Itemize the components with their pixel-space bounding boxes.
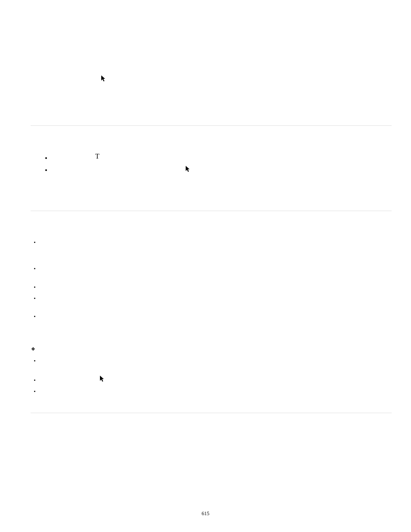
bullet-dot <box>34 298 35 299</box>
bullet-dot <box>34 360 35 361</box>
bullet-dot <box>34 380 35 381</box>
bullet-dot <box>34 242 35 243</box>
bullet-dot <box>45 169 47 171</box>
bullet-dot <box>45 157 47 159</box>
cursor-icon <box>101 75 106 82</box>
separator-line <box>31 413 392 413</box>
diamond-bullet-icon: ❖ <box>31 347 35 351</box>
bullet-dot <box>34 268 35 269</box>
page-number: 615 <box>0 510 411 517</box>
bullet-dot <box>34 316 35 317</box>
letter-t-glyph: T <box>95 153 100 160</box>
separator-line <box>31 125 392 126</box>
bullet-dot <box>34 286 35 288</box>
cursor-icon <box>185 165 190 172</box>
document-page: T ❖ 615 <box>0 0 411 532</box>
bullet-dot <box>34 391 35 392</box>
separator-line <box>31 211 392 211</box>
cursor-icon <box>100 375 105 382</box>
